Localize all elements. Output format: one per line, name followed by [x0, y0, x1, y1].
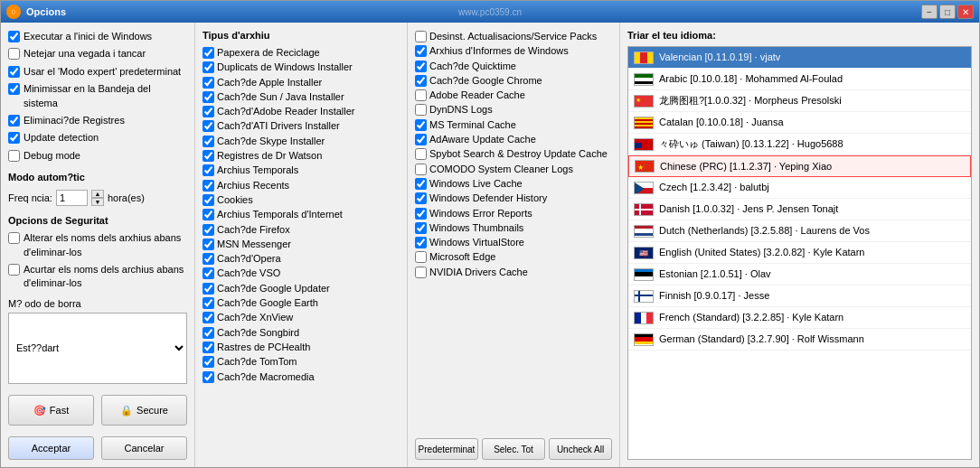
item-checkbox[interactable] [415, 45, 427, 57]
item-checkbox[interactable] [203, 356, 214, 368]
list-item: Cach?de Firefox [203, 223, 400, 236]
fast-button[interactable]: 🎯 Fast [8, 395, 94, 426]
minimize-label: Minimissar en la Bandeja del sistema [24, 82, 187, 110]
debug-mode-label: Debug mode [24, 149, 80, 163]
item-checkbox[interactable] [203, 371, 214, 383]
item-label: Archius Recents [217, 179, 289, 192]
item-checkbox[interactable] [415, 31, 427, 42]
list-item[interactable]: French (Standard) [3.2.2.85] · Kyle Kata… [628, 307, 971, 329]
list-item[interactable]: Finnish [0.9.0.17] · Jesse [628, 285, 971, 307]
item-checkbox[interactable] [203, 120, 214, 132]
list-item: COMODO System Cleaner Logs [415, 163, 612, 175]
minimize-checkbox[interactable] [8, 83, 20, 95]
spinner-down[interactable]: ▼ [91, 198, 104, 206]
item-checkbox[interactable] [203, 77, 214, 89]
item-checkbox[interactable] [203, 283, 214, 295]
selec-tot-button[interactable]: Selec. Tot [482, 438, 545, 460]
item-checkbox[interactable] [203, 61, 214, 73]
item-checkbox[interactable] [415, 104, 427, 116]
item-checkbox[interactable] [203, 267, 214, 279]
cancel-button[interactable]: Cancelar [101, 436, 187, 460]
language-name: Czech [1.2.3.42] · balutbj [659, 181, 769, 193]
language-name: 龙腾图租?[1.0.0.32] · Morpheus Presolski [659, 94, 842, 107]
title-bar: ○ Opcions www.pc0359.cn − □ ✕ [1, 1, 979, 23]
flag-icon [634, 225, 654, 238]
item-checkbox[interactable] [203, 180, 214, 192]
list-item[interactable]: ★Chinese (PRC) [1.1.2.37] · Yeping Xiao [628, 155, 971, 177]
item-label: COMODO System Cleaner Logs [429, 163, 573, 175]
maximize-button[interactable]: □ [939, 5, 956, 19]
alter-names-checkbox[interactable] [8, 232, 20, 244]
list-item[interactable]: 🇺🇸English (United States) [3.2.0.82] · K… [628, 242, 971, 264]
accept-button[interactable]: Acceptar [8, 436, 94, 460]
item-checkbox[interactable] [203, 342, 214, 353]
minimize-button[interactable]: − [921, 5, 938, 19]
list-item[interactable]: Catalan [0.10.0.18] · Juansa [628, 112, 971, 134]
item-checkbox[interactable] [415, 134, 427, 145]
list-item[interactable]: Czech [1.2.3.42] · balutbj [628, 177, 971, 199]
shorten-names-checkbox[interactable] [8, 264, 20, 276]
expert-mode-checkbox[interactable] [8, 66, 20, 78]
item-checkbox[interactable] [415, 148, 427, 160]
list-item: Archius Temporals d'Internet [203, 208, 400, 220]
item-checkbox[interactable] [203, 253, 214, 265]
list-item[interactable]: Arabic [0.10.0.18] · Mohammed Al-Foulad [628, 69, 971, 90]
update-detection-checkbox[interactable] [8, 132, 20, 144]
item-checkbox[interactable] [203, 91, 214, 103]
flag-icon: ★ [635, 160, 655, 173]
delete-registry-row: Eliminaci?de Registres [8, 114, 187, 127]
list-item: Cach?de Google Earth [203, 296, 400, 309]
item-checkbox[interactable] [203, 164, 214, 176]
uncheck-all-button[interactable]: Uncheck All [549, 438, 612, 460]
list-item[interactable]: German (Standard) [3.2.7.90] · Rolf Wiss… [628, 329, 971, 351]
item-checkbox[interactable] [203, 224, 214, 236]
close-once-checkbox[interactable] [8, 48, 20, 60]
list-item[interactable]: Valencian [0.11.0.19] · vjatv [628, 47, 971, 69]
item-checkbox[interactable] [415, 89, 427, 101]
list-item[interactable]: 々砕いゅ (Taiwan) [0.13.1.22] · Hugo5688 [628, 134, 971, 155]
flag-icon: ★ [634, 95, 654, 108]
list-item[interactable]: ★龙腾图租?[1.0.0.32] · Morpheus Presolski [628, 90, 971, 112]
item-checkbox[interactable] [415, 119, 427, 131]
item-checkbox[interactable] [203, 209, 214, 220]
item-checkbox[interactable] [203, 194, 214, 206]
item-checkbox[interactable] [415, 237, 427, 248]
item-checkbox[interactable] [415, 267, 427, 278]
item-checkbox[interactable] [415, 208, 427, 220]
item-label: Cach?de Google Earth [217, 296, 318, 309]
item-checkbox[interactable] [203, 239, 214, 250]
item-label: Cach?d'Adobe Reader Installer [217, 105, 355, 117]
item-checkbox[interactable] [203, 150, 214, 162]
item-checkbox[interactable] [415, 75, 427, 87]
freq-input[interactable] [56, 190, 88, 206]
spinner-up[interactable]: ▲ [91, 190, 104, 198]
item-checkbox[interactable] [203, 106, 214, 117]
item-checkbox[interactable] [203, 312, 214, 323]
item-checkbox[interactable] [203, 297, 214, 309]
item-checkbox[interactable] [415, 164, 427, 175]
item-checkbox[interactable] [203, 327, 214, 339]
startup-checkbox[interactable] [8, 31, 20, 42]
predeterminat-button[interactable]: Predeterminat [415, 438, 478, 460]
list-item[interactable]: Dutch (Netherlands) [3.2.5.88] · Laurens… [628, 220, 971, 242]
item-checkbox[interactable] [415, 178, 427, 190]
delete-registry-checkbox[interactable] [8, 115, 20, 126]
list-item[interactable]: Estonian [2.1.0.51] · Olav [628, 264, 971, 285]
item-checkbox[interactable] [203, 47, 214, 59]
secure-button[interactable]: 🔒 Secure [101, 395, 187, 426]
item-checkbox[interactable] [415, 192, 427, 204]
language-title: Triar el teu idioma: [627, 30, 972, 41]
list-item[interactable]: Danish [1.0.0.32] · Jens P. Jensen Tonaj… [628, 199, 971, 220]
left-panel: Executar a l'inici de Windows Netejar un… [1, 23, 195, 467]
delete-method-dropdown[interactable]: Est??dart [8, 313, 187, 384]
item-checkbox[interactable] [415, 61, 427, 72]
debug-mode-checkbox[interactable] [8, 150, 20, 162]
freq-label: Freq ncia: [8, 192, 52, 203]
item-checkbox[interactable] [415, 222, 427, 234]
close-button[interactable]: ✕ [957, 5, 974, 19]
item-checkbox[interactable] [203, 136, 214, 147]
item-label: Rastres de PCHealth [217, 341, 310, 353]
list-item: NVIDIA Drivers Cache [415, 266, 612, 278]
language-list[interactable]: Valencian [0.11.0.19] · vjatvArabic [0.1… [627, 46, 972, 460]
item-checkbox[interactable] [415, 251, 427, 263]
